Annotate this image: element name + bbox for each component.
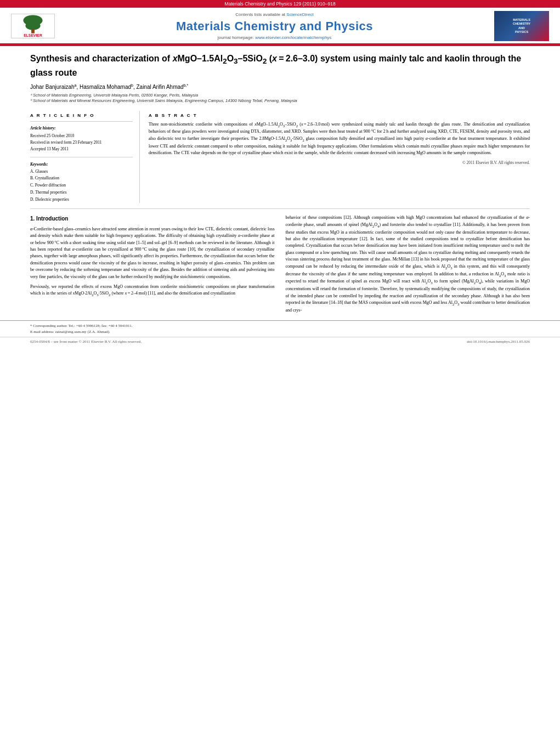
article-info-header: A R T I C L E I N F O xyxy=(30,111,133,118)
elsevier-logo-container: ELSEVIER xyxy=(5,14,60,38)
svg-point-2 xyxy=(25,21,40,30)
homepage-url[interactable]: www.elsevier.com/locate/matchemphys xyxy=(255,35,331,40)
body-left-column: 1. Introduction α-Cordierite-based glass… xyxy=(30,214,275,317)
footnotes-section: * Corresponding author. Tel.: +60 4 5996… xyxy=(0,320,560,335)
doi-footer: doi:10.1016/j.matchemphys.2011.05.026 xyxy=(467,340,530,344)
article-header-section: Synthesis and characterization of xMgO–1… xyxy=(0,46,560,104)
corresponding-author-footnote: * Corresponding author. Tel.: +60 4 5996… xyxy=(30,323,530,329)
svg-rect-3 xyxy=(31,29,35,33)
body-right-column: behavior of these compositions [12]. Alt… xyxy=(286,214,530,317)
section1-title: 1. Introduction xyxy=(30,214,275,223)
article-history: Article history: Received 25 October 201… xyxy=(30,125,133,152)
journal-citation: Materials Chemistry and Physics 129 (201… xyxy=(224,1,335,7)
sciencedirect-link[interactable]: ScienceDirect xyxy=(286,12,313,17)
svg-text:ELSEVIER: ELSEVIER xyxy=(24,33,42,37)
abstract-column: A B S T R A C T Three non-stoichiometric… xyxy=(149,111,530,203)
top-bar: Materials Chemistry and Physics 129 (201… xyxy=(0,0,560,8)
received-date: Received 25 October 2010 xyxy=(30,133,133,139)
accepted-date: Accepted 13 May 2011 xyxy=(30,146,133,152)
journal-info-center: Contents lists available at ScienceDirec… xyxy=(60,12,489,40)
intro-para-2: Previously, we reported the effects of e… xyxy=(30,284,275,298)
issn-footer: 0254-0584/$ – see front matter © 2011 El… xyxy=(30,340,142,344)
email-footnote: E-mail address: zainal@eng.usm.my (Z.A. … xyxy=(30,329,530,335)
authors-line: Johar Banjuraizaha, Hasmaliza Mohamadb, … xyxy=(30,83,530,90)
keyword-5: D. Dielectric properties xyxy=(30,196,133,203)
keyword-2: B. Crystallization xyxy=(30,175,133,182)
homepage-label: journal homepage: xyxy=(218,35,254,40)
keyword-4: D. Thermal properties xyxy=(30,189,133,196)
keyword-3: C. Powder diffraction xyxy=(30,182,133,189)
keywords-title: Keywords: xyxy=(30,162,133,167)
page-footer: 0254-0584/$ – see front matter © 2011 El… xyxy=(0,337,560,346)
journal-homepage-line: journal homepage: www.elsevier.com/locat… xyxy=(60,35,489,40)
abstract-header: A B S T R A C T xyxy=(149,111,530,118)
abstract-text: Three non-stoichiometric cordierite with… xyxy=(149,121,530,157)
brand-logo-text: MATERIALSCHEMISTRYANDPHYSICS xyxy=(513,18,530,34)
right-logo-container: MATERIALSCHEMISTRYANDPHYSICS xyxy=(489,11,555,41)
keywords-section: Keywords: A. Glasses B. Crystallization … xyxy=(30,162,133,203)
main-divider xyxy=(30,208,530,209)
intro-para-3: behavior of these compositions [12]. Alt… xyxy=(286,214,530,314)
received-revised-date: Received in revised form 23 February 201… xyxy=(30,139,133,146)
intro-para-1: α-Cordierite-based glass–ceramics have a… xyxy=(30,226,275,280)
contents-label: Contents lists available at xyxy=(235,12,285,17)
affiliation-b: ᵇ School of Materials and Mineral Resour… xyxy=(30,98,530,104)
keyword-1: A. Glasses xyxy=(30,168,133,176)
contents-available-line: Contents lists available at ScienceDirec… xyxy=(60,12,489,17)
article-info-column: A R T I C L E I N F O Article history: R… xyxy=(30,111,140,203)
journal-brand-logo: MATERIALSCHEMISTRYANDPHYSICS xyxy=(494,11,549,41)
journal-header: ELSEVIER Contents lists available at Sci… xyxy=(0,8,560,44)
article-info-abstract-section: A R T I C L E I N F O Article history: R… xyxy=(0,111,560,203)
copyright-line: © 2011 Elsevier B.V. All rights reserved… xyxy=(149,160,530,165)
affiliation-a: ᵃ School of Materials Engineering, Unive… xyxy=(30,93,530,99)
journal-title: Materials Chemistry and Physics xyxy=(60,19,489,33)
body-text-section: 1. Introduction α-Cordierite-based glass… xyxy=(0,214,560,317)
elsevier-logo: ELSEVIER xyxy=(11,14,55,38)
affiliations: ᵃ School of Materials Engineering, Unive… xyxy=(30,93,530,104)
article-title: Synthesis and characterization of xMgO–1… xyxy=(30,53,530,79)
history-title: Article history: xyxy=(30,125,133,132)
